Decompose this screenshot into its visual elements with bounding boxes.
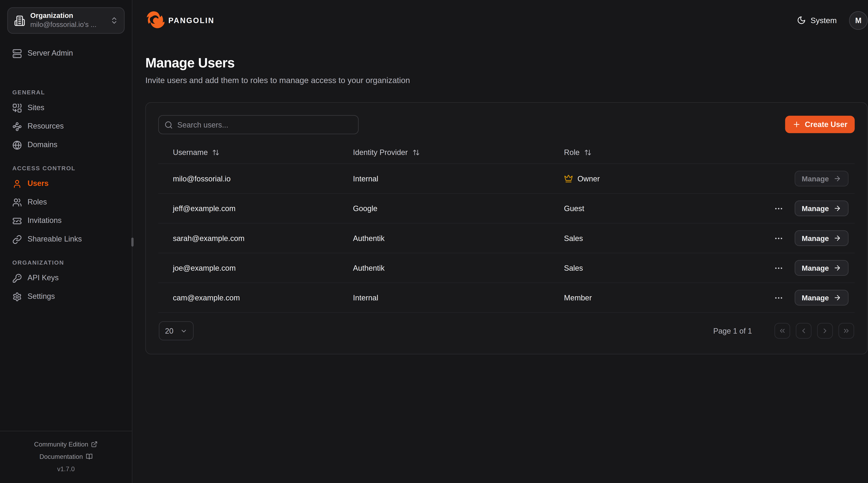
arrow-right-icon (833, 294, 841, 302)
column-label: Username (173, 148, 208, 157)
arrow-right-icon (833, 264, 841, 272)
column-header-role[interactable]: Role (564, 148, 848, 157)
chevrons-left-icon (778, 327, 786, 335)
row-menu-button[interactable] (773, 292, 784, 304)
sidebar-item-sites[interactable]: Sites (8, 99, 124, 117)
last-page-button[interactable] (838, 323, 854, 339)
first-page-button[interactable] (774, 323, 790, 339)
next-page-button[interactable] (817, 323, 833, 339)
search-input[interactable] (178, 120, 352, 129)
book-open-icon (86, 453, 93, 460)
waypoints-icon (12, 122, 22, 131)
community-edition-link[interactable]: Community Edition (5, 438, 126, 451)
pangolin-logo-icon (145, 10, 164, 30)
sidebar-item-domains[interactable]: Domains (8, 136, 124, 154)
sidebar-item-users[interactable]: Users (8, 175, 124, 193)
sidebar-item-roles[interactable]: Roles (8, 193, 124, 212)
manage-label: Manage (802, 204, 829, 212)
pangolin-logo[interactable]: PANGOLIN (145, 10, 214, 30)
sidebar-item-label: Invitations (27, 217, 62, 226)
sidebar-item-settings[interactable]: Settings (8, 288, 124, 306)
cell-role: Member (564, 293, 773, 302)
pagination-bar: 20 Page 1 of 1 (158, 313, 855, 354)
ellipsis-icon (774, 263, 783, 273)
cell-identity-provider: Authentik (353, 234, 564, 242)
cell-identity-provider: Internal (353, 174, 564, 183)
page-size-select[interactable]: 20 (159, 321, 193, 340)
ellipsis-icon (774, 204, 783, 213)
sort-icon (412, 149, 420, 156)
chevron-left-icon (800, 327, 808, 335)
create-user-label: Create User (805, 120, 847, 129)
org-selector[interactable]: Organization milo@fossorial.io's ... (7, 7, 125, 34)
row-actions: Manage (773, 260, 848, 276)
column-header-username[interactable]: Username (173, 148, 353, 157)
cell-identity-provider: Google (353, 204, 564, 212)
cell-identity-provider: Internal (353, 293, 564, 302)
avatar[interactable]: M (849, 11, 868, 30)
key-icon (12, 274, 22, 283)
manage-label: Manage (802, 293, 829, 302)
theme-label: System (810, 16, 837, 25)
sidebar-item-label: Shareable Links (27, 235, 82, 244)
combine-icon (12, 103, 22, 113)
version-label: v1.7.0 (5, 463, 126, 475)
search-icon (164, 120, 173, 129)
column-header-identity-provider[interactable]: Identity Provider (353, 148, 564, 157)
topbar-right: System M (797, 11, 867, 30)
manage-button[interactable]: Manage (795, 260, 848, 276)
manage-button[interactable]: Manage (795, 290, 848, 306)
sidebar-item-label: Users (27, 179, 49, 189)
brand-name: PANGOLIN (168, 16, 215, 24)
cell-role: Owner (564, 174, 795, 183)
chevron-right-icon (821, 327, 829, 335)
section-label-general: GENERAL (8, 83, 124, 99)
cell-role: Guest (564, 204, 773, 212)
chevrons-up-down-icon (110, 16, 118, 25)
theme-toggle[interactable]: System (797, 16, 837, 25)
cell-role: Sales (564, 234, 773, 242)
server-icon (12, 49, 22, 58)
cell-identity-provider: Authentik (353, 264, 564, 272)
cell-username: joe@example.com (173, 264, 353, 272)
row-actions: Manage (773, 290, 848, 306)
cell-username: cam@example.com (173, 293, 353, 302)
table-row: milo@fossorial.io Internal Owner Manage (158, 164, 855, 194)
row-menu-button[interactable] (773, 262, 784, 274)
sidebar-item-label: Resources (27, 122, 64, 131)
row-actions: Manage (795, 171, 848, 187)
sidebar-nav: Server Admin GENERAL Sites Resources Dom… (0, 41, 132, 431)
table-row: joe@example.com Authentik Sales Manage (158, 253, 855, 283)
section-label-organization: ORGANIZATION (8, 249, 124, 269)
manage-button[interactable]: Manage (795, 230, 848, 246)
sidebar-item-invitations[interactable]: Invitations (8, 212, 124, 230)
manage-label: Manage (802, 174, 829, 183)
sidebar-resize-handle[interactable] (131, 237, 133, 247)
sidebar-item-label: Domains (27, 141, 57, 150)
documentation-link[interactable]: Documentation (5, 451, 126, 463)
cell-role: Sales (564, 264, 773, 272)
sidebar-item-label: Roles (27, 198, 47, 207)
org-selector-label: Organization (30, 12, 105, 21)
row-menu-button[interactable] (773, 202, 784, 214)
sidebar-item-resources[interactable]: Resources (8, 117, 124, 136)
table-header-row: Username Identity Provider Role (158, 142, 855, 164)
community-edition-label: Community Edition (34, 438, 88, 451)
previous-page-button[interactable] (796, 323, 812, 339)
create-user-button[interactable]: Create User (785, 116, 855, 133)
manage-label: Manage (802, 264, 829, 272)
sort-icon (212, 149, 220, 156)
crown-icon (564, 174, 573, 183)
sidebar-item-server-admin[interactable]: Server Admin (8, 44, 124, 63)
pagination-controls: Page 1 of 1 (713, 323, 854, 339)
manage-button[interactable]: Manage (795, 200, 848, 216)
sidebar-item-shareable-links[interactable]: Shareable Links (8, 230, 124, 249)
user-icon (12, 179, 22, 189)
card-toolbar: Create User (158, 115, 855, 134)
role-label: Member (564, 293, 592, 302)
users-card: Create User Username Identity Provider R… (145, 102, 867, 354)
role-label: Sales (564, 234, 583, 242)
row-menu-button[interactable] (773, 232, 784, 244)
users-icon (12, 198, 22, 207)
sidebar-item-api-keys[interactable]: API Keys (8, 269, 124, 288)
